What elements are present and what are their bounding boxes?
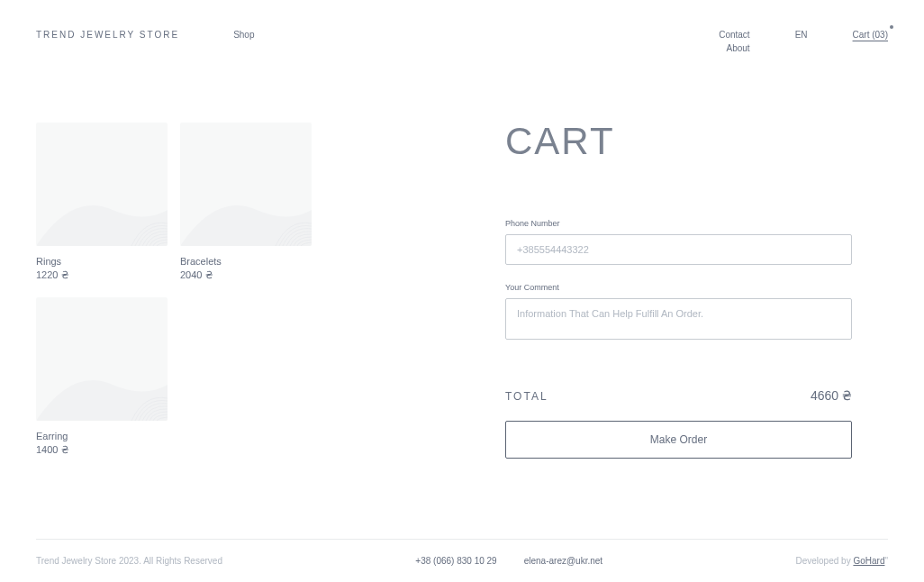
product-price: 1220 ₴ bbox=[36, 269, 168, 281]
cart-link-label: Cart (03) bbox=[853, 30, 888, 40]
footer-phone[interactable]: +38 (066) 830 10 29 bbox=[415, 556, 496, 566]
developer-link[interactable]: GoHard bbox=[853, 556, 884, 566]
header-left: TREND JEWELRY STORE Shop bbox=[36, 30, 255, 40]
product-image bbox=[36, 123, 168, 246]
comment-label: Your Comment bbox=[505, 283, 852, 292]
product-card[interactable]: Bracelets 2040 ₴ bbox=[180, 123, 312, 285]
footer: Trend Jewelry Store 2023. All Rights Res… bbox=[36, 539, 888, 582]
phone-form-group: Phone Number bbox=[505, 219, 852, 265]
product-image bbox=[36, 297, 168, 421]
comment-form-group: Your Comment bbox=[505, 283, 852, 343]
footer-right: Developed by GoHard" bbox=[795, 556, 888, 566]
product-name: Bracelets bbox=[180, 256, 312, 267]
comment-textarea[interactable] bbox=[505, 298, 852, 340]
total-value: 4660 ₴ bbox=[811, 388, 852, 403]
footer-copyright: Trend Jewelry Store 2023. All Rights Res… bbox=[36, 556, 222, 566]
footer-center: +38 (066) 830 10 29 elena-arez@ukr.net bbox=[415, 556, 602, 566]
language-toggle[interactable]: EN bbox=[795, 30, 808, 40]
contact-about-group: Contact About bbox=[719, 30, 749, 53]
about-link[interactable]: About bbox=[727, 43, 750, 53]
developed-by-label: Developed by bbox=[795, 556, 853, 566]
contact-link[interactable]: Contact bbox=[719, 30, 749, 40]
total-row: TOTAL 4660 ₴ bbox=[505, 388, 852, 403]
products-grid: Rings 1220 ₴ Bracelets bbox=[36, 123, 348, 459]
header: TREND JEWELRY STORE Shop Contact About E… bbox=[36, 30, 888, 53]
phone-label: Phone Number bbox=[505, 219, 852, 228]
phone-input[interactable] bbox=[505, 234, 852, 265]
cart-indicator-dot bbox=[890, 25, 893, 29]
total-label: TOTAL bbox=[505, 390, 548, 403]
product-card[interactable]: Earring 1400 ₴ bbox=[36, 297, 168, 459]
brand-name[interactable]: TREND JEWELRY STORE bbox=[36, 30, 179, 40]
product-name: Rings bbox=[36, 256, 168, 267]
make-order-button[interactable]: Make Order bbox=[505, 421, 852, 459]
product-image bbox=[180, 123, 312, 246]
footer-email[interactable]: elena-arez@ukr.net bbox=[524, 556, 602, 566]
header-right: Contact About EN Cart (03) bbox=[719, 30, 888, 53]
shop-link[interactable]: Shop bbox=[233, 30, 254, 40]
product-price: 2040 ₴ bbox=[180, 269, 312, 281]
cart-section: CART Phone Number Your Comment TOTAL 466… bbox=[505, 123, 852, 459]
product-price: 1400 ₴ bbox=[36, 444, 168, 456]
product-card[interactable]: Rings 1220 ₴ bbox=[36, 123, 168, 285]
cart-link[interactable]: Cart (03) bbox=[853, 30, 888, 40]
cart-title: CART bbox=[505, 120, 852, 163]
product-name: Earring bbox=[36, 431, 168, 441]
